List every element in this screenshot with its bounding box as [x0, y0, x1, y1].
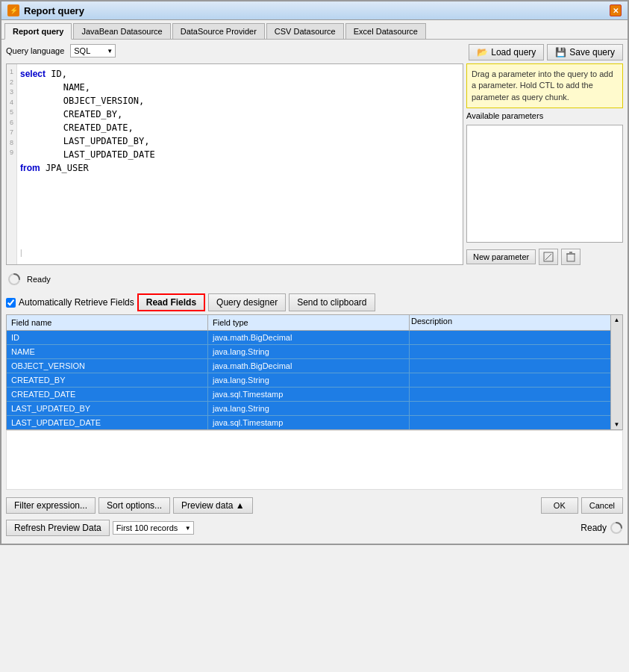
available-params-label: Available parameters — [466, 111, 623, 120]
table-scrollbar[interactable]: ▲ ▼ — [610, 315, 622, 429]
title-bar: ⚡ Report query ✕ — [1, 1, 628, 20]
description-cell — [410, 331, 610, 344]
main-area: 123456789 select ID, NAME, OBJECT_VERSIO… — [6, 63, 623, 265]
tab-csv[interactable]: CSV Datasource — [266, 23, 344, 39]
sql-editor-content[interactable]: select ID, NAME, OBJECT_VERSION, CREATED… — [7, 64, 463, 178]
table-row[interactable]: NAMEjava.lang.String — [7, 345, 610, 359]
tab-excel[interactable]: Excel Datasource — [345, 23, 426, 39]
field-type-cell: java.sql.Timestamp — [208, 388, 410, 401]
field-name-cell: LAST_UPDATED_BY — [7, 402, 208, 415]
available-params-list — [466, 125, 623, 243]
ok-button[interactable]: OK — [541, 497, 578, 514]
description-cell — [410, 416, 610, 429]
field-name-cell: NAME — [7, 345, 208, 358]
table-row[interactable]: LAST_UPDATED_BYjava.lang.String — [7, 402, 610, 416]
field-name-cell: CREATED_DATE — [7, 388, 208, 401]
field-type-cell: java.sql.Timestamp — [208, 416, 410, 429]
query-editor[interactable]: 123456789 select ID, NAME, OBJECT_VERSIO… — [6, 63, 463, 265]
table-header: Field name Field type Description — [7, 315, 610, 331]
table-row[interactable]: CREATED_BYjava.lang.String — [7, 373, 610, 388]
send-to-clipboard-button[interactable]: Send to clipboard — [289, 293, 375, 311]
new-parameter-button[interactable]: New parameter — [466, 249, 536, 264]
sort-options-button[interactable]: Sort options... — [98, 497, 170, 514]
records-select[interactable]: First 100 records First 50 records All r… — [113, 521, 194, 535]
field-type-cell: java.lang.String — [208, 373, 410, 387]
table-body: IDjava.math.BigDecimalNAMEjava.lang.Stri… — [7, 331, 610, 429]
description-cell — [410, 359, 610, 373]
query-lang-select-wrapper: SQL HQL EJBQL — [70, 44, 116, 57]
params-actions: New parameter — [466, 249, 623, 265]
svg-rect-2 — [567, 254, 575, 261]
window-icon: ⚡ — [7, 4, 19, 16]
read-fields-button[interactable]: Read Fields — [137, 293, 205, 311]
status-spinner — [6, 271, 22, 287]
records-select-wrapper: First 100 records First 50 records All r… — [113, 521, 194, 535]
col-field-type: Field type — [208, 315, 410, 330]
preview-spinner-icon — [610, 521, 623, 535]
refresh-preview-data-button[interactable]: Refresh Preview Data — [6, 520, 110, 536]
top-right-buttons: 📂 Load query 💾 Save query — [469, 44, 623, 60]
field-name-cell: ID — [7, 331, 208, 344]
save-query-button[interactable]: 💾 Save query — [547, 44, 623, 60]
field-name-cell: LAST_UPDATED_DATE — [7, 416, 208, 429]
report-query-window: ⚡ Report query ✕ Report query JavaBean D… — [0, 0, 629, 545]
title-bar-left: ⚡ Report query — [7, 4, 84, 16]
field-type-cell: java.lang.String — [208, 345, 410, 358]
hint-box: Drag a parameter into the query to add a… — [466, 63, 623, 108]
table-main: Field name Field type Description IDjava… — [7, 315, 610, 429]
table-row[interactable]: CREATED_DATEjava.sql.Timestamp — [7, 388, 610, 402]
edit-icon — [543, 252, 554, 262]
status-text: Ready — [27, 275, 51, 284]
description-cell — [410, 388, 610, 401]
description-cell — [410, 402, 610, 415]
preview-status: Ready — [581, 521, 623, 535]
auto-retrieve-checkbox[interactable] — [6, 298, 16, 308]
table-row[interactable]: IDjava.math.BigDecimal — [7, 331, 610, 345]
main-content: Query language SQL HQL EJBQL 📂 Load quer… — [1, 40, 628, 544]
field-name-cell: CREATED_BY — [7, 373, 208, 387]
action-buttons-row: Automatically Retrieve Fields Read Field… — [6, 290, 623, 314]
filter-expression-button[interactable]: Filter expression... — [6, 497, 96, 514]
auto-retrieve-label[interactable]: Automatically Retrieve Fields — [6, 293, 134, 311]
tab-report-query[interactable]: Report query — [4, 23, 72, 40]
close-button[interactable]: ✕ — [610, 4, 622, 16]
spinner-icon — [7, 273, 21, 286]
field-name-cell: OBJECT_VERSION — [7, 359, 208, 373]
load-query-button[interactable]: 📂 Load query — [469, 44, 544, 60]
preview-row: Refresh Preview Data First 100 records F… — [6, 517, 623, 539]
preview-data-button[interactable]: Preview data ▲ — [173, 497, 253, 514]
param-delete-icon-button[interactable] — [561, 249, 581, 265]
cursor-indicator: | — [17, 249, 22, 257]
bottom-actions: Filter expression... Sort options... Pre… — [6, 493, 623, 517]
line-numbers: 123456789 — [7, 64, 17, 264]
tabs-row: Report query JavaBean Datasource DataSou… — [1, 20, 628, 40]
field-type-cell: java.math.BigDecimal — [208, 331, 410, 344]
description-cell — [410, 373, 610, 387]
table-row[interactable]: OBJECT_VERSIONjava.math.BigDecimal — [7, 359, 610, 373]
col-description: Description — [410, 315, 610, 330]
svg-line-1 — [545, 254, 551, 260]
window-title: Report query — [24, 5, 84, 16]
scroll-down-icon[interactable]: ▼ — [613, 420, 622, 429]
tab-javabean[interactable]: JavaBean Datasource — [73, 23, 170, 39]
col-field-name: Field name — [7, 315, 208, 330]
field-type-cell: java.math.BigDecimal — [208, 359, 410, 373]
table-with-scroll: Field name Field type Description IDjava… — [7, 315, 622, 429]
status-row: Ready — [6, 268, 623, 290]
tab-datasource-provider[interactable]: DataSource Provider — [172, 23, 265, 39]
scroll-up-icon[interactable]: ▲ — [613, 315, 622, 325]
param-edit-icon-button[interactable] — [539, 249, 558, 265]
query-designer-button[interactable]: Query designer — [208, 293, 286, 311]
save-icon: 💾 — [555, 47, 566, 57]
table-row[interactable]: LAST_UPDATED_DATEjava.sql.Timestamp — [7, 416, 610, 429]
load-icon: 📂 — [477, 47, 488, 57]
fields-table-container: Field name Field type Description IDjava… — [6, 314, 623, 430]
preview-data-area — [6, 430, 623, 490]
query-lang-row: Query language SQL HQL EJBQL — [6, 44, 116, 57]
query-lang-select[interactable]: SQL HQL EJBQL — [70, 44, 116, 57]
field-type-cell: java.lang.String — [208, 402, 410, 415]
cancel-button[interactable]: Cancel — [581, 497, 623, 514]
query-lang-label: Query language — [6, 46, 64, 55]
description-cell — [410, 345, 610, 358]
delete-icon — [566, 252, 576, 262]
